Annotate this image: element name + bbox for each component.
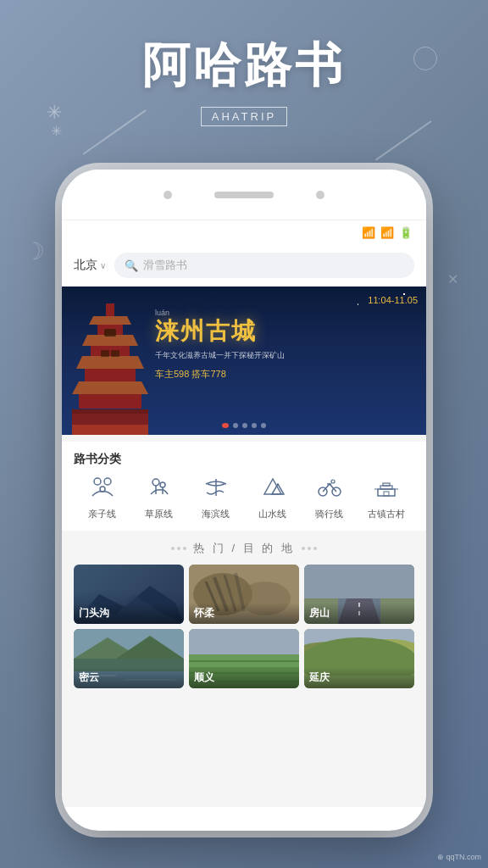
dest-miyun[interactable]: 密云 <box>74 629 184 688</box>
dest-label-miyun: 密云 <box>74 667 184 688</box>
banner-dot-4[interactable] <box>252 423 257 428</box>
wifi-icon: 📶 <box>362 226 375 239</box>
hot-title-left-dots <box>171 547 186 550</box>
phone-speaker <box>214 192 274 198</box>
search-input-wrap[interactable]: 🔍 滑雪路书 <box>114 253 414 278</box>
svg-rect-30 <box>383 483 390 486</box>
banner-date: 11.04-11.05 <box>155 295 418 305</box>
dest-shunyi[interactable]: 顺义 <box>189 629 299 688</box>
dest-label-huairou: 怀柔 <box>189 603 299 624</box>
category-title: 路书分类 <box>74 452 414 467</box>
svg-point-17 <box>100 487 105 492</box>
svg-marker-7 <box>72 381 148 394</box>
dest-label-yanqing: 延庆 <box>304 667 414 688</box>
svg-rect-13 <box>111 350 119 357</box>
title-area: 阿哈路书 AHATRIP <box>0 34 488 126</box>
phone-camera-right <box>316 191 324 199</box>
search-placeholder: 滑雪路书 <box>143 258 187 273</box>
svg-point-16 <box>104 478 111 485</box>
dest-mentougou[interactable]: 门头沟 <box>74 565 184 624</box>
cycling-icon <box>318 477 341 503</box>
svg-rect-14 <box>72 425 148 435</box>
category-scenery[interactable]: 山水线 <box>244 477 301 520</box>
svg-marker-9 <box>72 409 148 414</box>
svg-point-15 <box>94 478 101 485</box>
scenery-icon <box>261 477 285 503</box>
banner-text-area: 11.04-11.05 luán 涞州古城 千年文化滋养古城一并下探秘开深矿山 … <box>155 295 418 381</box>
signal-icon: 📶 <box>380 226 394 239</box>
battery-icon: 🔋 <box>399 226 413 239</box>
svg-rect-8 <box>79 394 141 409</box>
dest-fangshan[interactable]: 房山 <box>304 565 414 624</box>
hot-dot3 <box>183 547 186 550</box>
hot-dot6 <box>313 547 317 550</box>
banner-dot-1[interactable] <box>222 423 229 428</box>
banner-price: 车主598 搭车778 <box>155 368 418 381</box>
status-bar: 📶 📶 🔋 <box>62 220 426 244</box>
coastal-icon <box>204 477 228 503</box>
destination-grid: 门头沟 <box>74 565 414 688</box>
svg-rect-0 <box>106 303 114 316</box>
hot-dot1 <box>171 547 175 550</box>
category-grid: 亲子线 草原线 <box>74 477 414 520</box>
category-section: 路书分类 亲子线 <box>62 442 426 531</box>
svg-rect-4 <box>91 346 130 358</box>
svg-rect-28 <box>378 489 395 496</box>
banner[interactable]: 11.04-11.05 luán 涞州古城 千年文化滋养古城一并下探秘开深矿山 … <box>62 287 426 435</box>
dest-huairou[interactable]: 怀柔 <box>189 565 299 624</box>
ancient-town-icon <box>374 477 398 503</box>
svg-marker-1 <box>89 316 131 325</box>
banner-pinyin: luán <box>155 309 418 317</box>
svg-point-27 <box>331 480 335 483</box>
category-label-0: 亲子线 <box>88 508 116 520</box>
banner-subtitle: 千年文化滋养古城一并下探秘开深矿山 <box>155 350 418 361</box>
search-bar: 北京 ∨ 🔍 滑雪路书 <box>62 244 426 287</box>
svg-point-18 <box>152 479 159 486</box>
banner-main-title: 涞州古城 <box>155 319 418 345</box>
watermark: ⊕ qqTN.com <box>437 853 481 861</box>
deco-moon: ☽ <box>24 237 45 265</box>
category-label-5: 古镇古村 <box>368 508 405 520</box>
svg-rect-58 <box>189 629 299 654</box>
location-label: 北京 <box>74 258 97 273</box>
hot-dot4 <box>302 547 305 550</box>
svg-rect-11 <box>104 329 116 337</box>
category-coastal[interactable]: 海滨线 <box>187 477 244 520</box>
location-button[interactable]: 北京 ∨ <box>74 258 106 273</box>
banner-dot-2[interactable] <box>233 423 238 428</box>
watermark-text: qqTN.com <box>446 853 481 861</box>
svg-point-19 <box>160 482 165 487</box>
svg-rect-12 <box>101 350 109 357</box>
hot-title: 热 门 / 目 的 地 <box>74 541 414 556</box>
banner-dot-5[interactable] <box>261 423 266 428</box>
hot-title-text: 热 门 / 目 的 地 <box>193 541 295 556</box>
deco-line2 <box>375 120 431 160</box>
svg-rect-45 <box>304 565 414 598</box>
app-content: 📶 📶 🔋 北京 ∨ 🔍 滑雪路书 <box>62 220 426 807</box>
banner-dot-3[interactable] <box>242 423 247 428</box>
phone-camera-left <box>164 191 172 199</box>
pagoda <box>72 299 152 435</box>
category-label-2: 海滨线 <box>202 508 230 520</box>
category-label-1: 草原线 <box>145 508 173 520</box>
hot-destinations-section: 热 门 / 目 的 地 门头 <box>62 531 426 698</box>
category-cycling[interactable]: 骑行线 <box>301 477 358 520</box>
category-label-3: 山水线 <box>258 508 286 520</box>
svg-marker-5 <box>76 356 144 369</box>
dest-label-mentougou: 门头沟 <box>74 603 184 624</box>
app-subtitle: AHATRIP <box>201 107 287 126</box>
search-icon: 🔍 <box>125 259 138 272</box>
category-label-4: 骑行线 <box>315 508 343 520</box>
hot-title-right-dots <box>302 547 317 550</box>
category-parent-child[interactable]: 亲子线 <box>74 477 130 520</box>
phone-topbar <box>62 170 426 220</box>
deco-cross: ✕ <box>447 271 458 287</box>
svg-rect-6 <box>85 369 136 381</box>
dest-label-fangshan: 房山 <box>304 603 414 624</box>
dest-yanqing[interactable]: 延庆 <box>304 629 414 688</box>
category-grassland[interactable]: 草原线 <box>130 477 187 520</box>
grassland-icon <box>147 477 171 503</box>
category-ancient-town[interactable]: 古镇古村 <box>358 477 414 520</box>
phone-mockup: 📶 📶 🔋 北京 ∨ 🔍 滑雪路书 <box>62 170 426 831</box>
chevron-down-icon: ∨ <box>100 261 106 270</box>
